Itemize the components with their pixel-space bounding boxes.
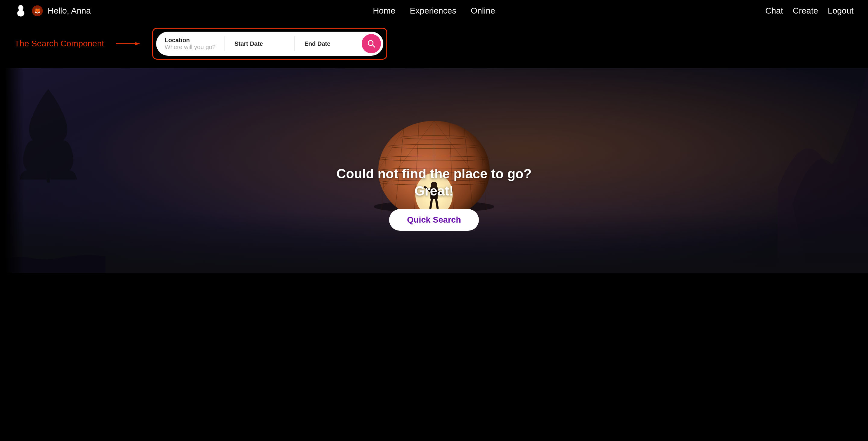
hello-text: Hello, Anna (48, 6, 91, 15)
end-date-label: End Date (304, 40, 355, 47)
search-component-label: The Search Component (14, 39, 104, 49)
location-placeholder: Where will you go? (164, 44, 215, 51)
nav-online[interactable]: Online (471, 6, 495, 15)
navbar: 🦊 Hello, Anna Home Experiences Online Ch… (0, 0, 868, 22)
search-bar: Location Where will you go? Start Date E… (156, 32, 383, 56)
hero-section: Could not find the place to go? Great! Q… (0, 68, 868, 273)
avatar-icon: 🦊 (32, 5, 43, 16)
nav-experiences[interactable]: Experiences (410, 6, 456, 15)
annotation-arrow-icon (116, 41, 140, 47)
nav-chat[interactable]: Chat (765, 6, 783, 15)
hero-content: Could not find the place to go? Great! Q… (0, 165, 868, 231)
svg-text:🦊: 🦊 (34, 7, 41, 14)
nav-left: 🦊 Hello, Anna (14, 4, 91, 17)
search-annotation-area: The Search Component Location Where will… (0, 22, 868, 68)
start-date-field[interactable]: Start Date (227, 38, 292, 50)
start-date-label: Start Date (235, 40, 285, 47)
svg-marker-3 (135, 42, 140, 45)
search-button[interactable] (362, 34, 381, 53)
quick-search-button[interactable]: Quick Search (389, 209, 479, 231)
search-divider-1 (224, 36, 225, 51)
end-date-field[interactable]: End Date (297, 38, 362, 50)
nav-right: Chat Create Logout (765, 6, 854, 15)
location-field[interactable]: Location Where will you go? (164, 34, 222, 53)
search-highlight-box: Location Where will you go? Start Date E… (152, 28, 387, 60)
nav-logout[interactable]: Logout (828, 6, 854, 15)
location-label: Location (164, 37, 215, 44)
hero-title: Could not find the place to go? Great! (0, 165, 868, 199)
nav-create[interactable]: Create (793, 6, 818, 15)
svg-line-5 (373, 45, 375, 47)
nav-center: Home Experiences Online (373, 6, 495, 15)
airbnb-logo-icon[interactable] (14, 4, 27, 17)
nav-home[interactable]: Home (373, 6, 396, 15)
search-divider-2 (294, 36, 295, 51)
